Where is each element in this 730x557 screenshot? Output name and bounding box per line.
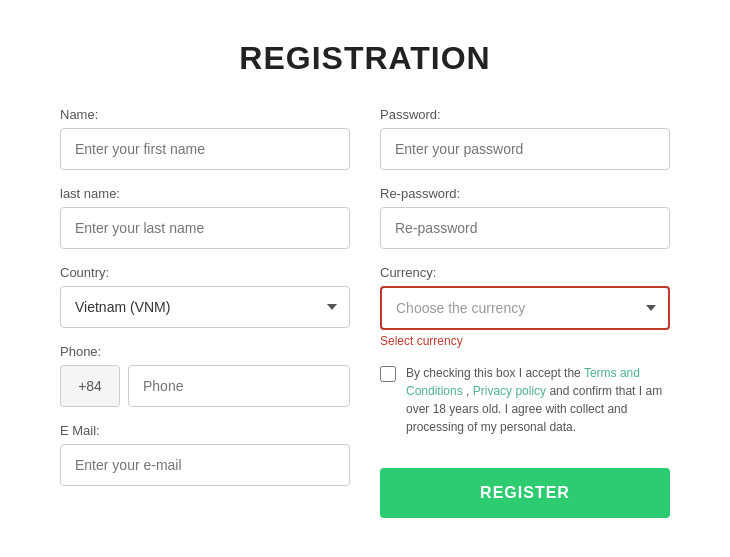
name-group: Name: [60, 107, 350, 170]
name-input[interactable] [60, 128, 350, 170]
email-group: E Mail: [60, 423, 350, 486]
terms-text-2: , [463, 384, 473, 398]
email-input[interactable] [60, 444, 350, 486]
page-title: REGISTRATION [60, 40, 670, 77]
terms-text: By checking this box I accept the Terms … [406, 364, 670, 436]
lastname-group: last name: [60, 186, 350, 249]
currency-select-wrapper: Choose the currency USD EUR GBP VND [380, 286, 670, 330]
country-group: Country: Vietnam (VNM) United States Uni… [60, 265, 350, 328]
password-label: Password: [380, 107, 670, 122]
repassword-group: Re-password: [380, 186, 670, 249]
phone-prefix: +84 [60, 365, 120, 407]
terms-checkbox[interactable] [380, 366, 396, 382]
terms-text-1: By checking this box I accept the [406, 366, 584, 380]
checkbox-group: By checking this box I accept the Terms … [380, 364, 670, 436]
right-column: Password: Re-password: Currency: Choose … [380, 107, 670, 534]
country-select-wrapper: Vietnam (VNM) United States United Kingd… [60, 286, 350, 328]
currency-error: Select currency [380, 334, 670, 348]
email-label: E Mail: [60, 423, 350, 438]
phone-group: Phone: +84 [60, 344, 350, 407]
terms-group: By checking this box I accept the Terms … [380, 364, 670, 452]
repassword-label: Re-password: [380, 186, 670, 201]
privacy-policy-link[interactable]: Privacy policy [473, 384, 546, 398]
phone-label: Phone: [60, 344, 350, 359]
repassword-input[interactable] [380, 207, 670, 249]
currency-select[interactable]: Choose the currency USD EUR GBP VND [380, 286, 670, 330]
lastname-input[interactable] [60, 207, 350, 249]
currency-label: Currency: [380, 265, 670, 280]
form-grid: Name: last name: Country: Vietnam (VNM) … [60, 107, 670, 534]
phone-input[interactable] [128, 365, 350, 407]
currency-group: Currency: Choose the currency USD EUR GB… [380, 265, 670, 348]
password-input[interactable] [380, 128, 670, 170]
name-label: Name: [60, 107, 350, 122]
register-group: REGISTER [380, 468, 670, 518]
phone-input-group: +84 [60, 365, 350, 407]
register-button[interactable]: REGISTER [380, 468, 670, 518]
left-column: Name: last name: Country: Vietnam (VNM) … [60, 107, 350, 534]
country-label: Country: [60, 265, 350, 280]
password-group: Password: [380, 107, 670, 170]
country-select[interactable]: Vietnam (VNM) United States United Kingd… [60, 286, 350, 328]
lastname-label: last name: [60, 186, 350, 201]
page-container: REGISTRATION Name: last name: Country: V… [20, 20, 710, 557]
